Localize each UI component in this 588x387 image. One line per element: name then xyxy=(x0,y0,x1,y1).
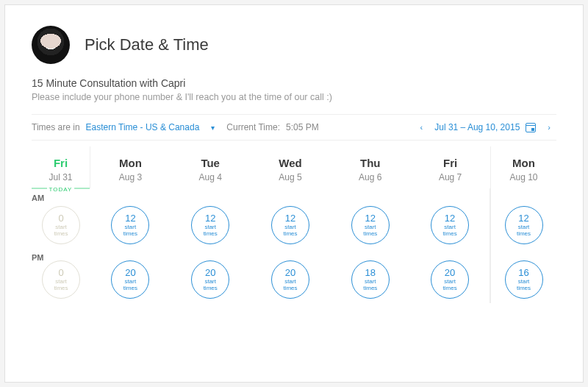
day-column: 12start times20start times xyxy=(171,188,251,303)
scheduler-card: Pick Date & Time 15 Minute Consultation … xyxy=(4,4,584,383)
slot-caption: start times xyxy=(123,279,137,292)
day-of-week: Mon xyxy=(90,157,171,169)
slot-count: 20 xyxy=(285,268,295,277)
day-date: Aug 7 xyxy=(410,172,490,182)
day-header: FriJul 31TODAY xyxy=(32,146,90,188)
day-of-week: Tue xyxy=(171,157,251,169)
day-date: Aug 4 xyxy=(171,172,251,182)
slot-count: 12 xyxy=(445,213,455,223)
slot-count: 0 xyxy=(58,213,63,223)
next-week-button[interactable]: › xyxy=(542,123,556,132)
timeslot-grid: AM PM 0start times0start times12start ti… xyxy=(32,188,556,303)
day-of-week: Fri xyxy=(32,157,90,169)
timezone-bar: Times are in Eastern Time - US & Canada … xyxy=(32,114,556,141)
slot-caption: start times xyxy=(204,224,218,238)
slot-count: 20 xyxy=(445,268,455,277)
slot-caption: start times xyxy=(283,279,297,292)
slot-caption: start times xyxy=(517,279,531,292)
day-of-week: Mon xyxy=(491,157,556,169)
slot-count: 12 xyxy=(285,213,295,223)
timeslot-circle: 0start times xyxy=(42,206,80,244)
timezone-select[interactable]: Eastern Time - US & Canada xyxy=(86,122,200,132)
slot-count: 16 xyxy=(518,268,528,277)
host-avatar xyxy=(32,26,70,64)
slot-count: 12 xyxy=(518,213,528,223)
page-title: Pick Date & Time xyxy=(85,35,209,54)
event-subtitle: 15 Minute Consultation with Capri xyxy=(32,77,556,89)
timeslot-circle[interactable]: 18start times xyxy=(351,260,390,299)
slot-caption: start times xyxy=(363,279,377,292)
timeslot-circle[interactable]: 12start times xyxy=(191,206,229,244)
day-header: MonAug 3 xyxy=(90,146,171,188)
timeslot-circle: 0start times xyxy=(42,260,80,299)
timeslot-circle[interactable]: 16start times xyxy=(505,260,543,299)
day-date: Aug 5 xyxy=(251,172,331,182)
day-column: 12start times20start times xyxy=(90,188,171,303)
slot-caption: start times xyxy=(123,224,137,238)
day-of-week: Thu xyxy=(330,157,410,169)
day-header: FriAug 7 xyxy=(410,146,490,188)
current-time-prefix: Current Time: xyxy=(226,122,280,132)
day-column: 12start times20start times xyxy=(410,188,490,303)
day-column: 12start times16start times xyxy=(490,188,556,303)
slot-caption: start times xyxy=(363,224,377,238)
day-column: 0start times0start times xyxy=(32,188,90,303)
timeslot-circle[interactable]: 20start times xyxy=(271,260,309,299)
calendar-icon[interactable] xyxy=(526,123,536,132)
day-column: 12start times20start times xyxy=(251,188,331,303)
day-header: MonAug 10 xyxy=(490,146,556,188)
slot-count: 12 xyxy=(365,213,376,223)
timeslot-circle[interactable]: 20start times xyxy=(191,260,229,299)
day-date: Aug 10 xyxy=(491,172,556,182)
day-date: Aug 3 xyxy=(90,172,171,182)
slot-caption: start times xyxy=(54,224,68,238)
date-range: Jul 31 – Aug 10, 2015 xyxy=(434,122,520,132)
timeslot-circle[interactable]: 20start times xyxy=(431,260,469,299)
slot-caption: start times xyxy=(54,279,68,292)
slot-count: 18 xyxy=(365,268,376,277)
day-header: WedAug 5 xyxy=(251,146,331,188)
timeslot-circle[interactable]: 12start times xyxy=(111,206,149,244)
slot-count: 12 xyxy=(125,213,135,223)
day-of-week: Wed xyxy=(251,157,331,169)
day-header: TueAug 4 xyxy=(171,146,251,188)
current-time: 5:05 PM xyxy=(286,122,319,132)
chevron-down-icon[interactable]: ▾ xyxy=(205,124,220,132)
day-date: Jul 31 xyxy=(32,172,90,182)
tz-prefix: Times are in xyxy=(32,122,80,132)
slot-caption: start times xyxy=(517,224,531,238)
slot-caption: start times xyxy=(443,224,457,238)
timeslot-circle[interactable]: 12start times xyxy=(505,206,543,244)
header: Pick Date & Time xyxy=(32,26,556,64)
timeslot-circle[interactable]: 12start times xyxy=(271,206,309,244)
slot-caption: start times xyxy=(443,279,457,292)
slot-count: 12 xyxy=(205,213,215,223)
timeslot-circle[interactable]: 12start times xyxy=(431,206,469,244)
day-headers: FriJul 31TODAYMonAug 3TueAug 4WedAug 5Th… xyxy=(32,146,556,188)
day-date: Aug 6 xyxy=(330,172,410,182)
prev-week-button[interactable]: ‹ xyxy=(415,123,429,132)
slot-count: 0 xyxy=(58,268,63,277)
timeslot-circle[interactable]: 20start times xyxy=(111,260,149,299)
day-column: 12start times18start times xyxy=(330,188,410,303)
day-header: ThuAug 6 xyxy=(330,146,410,188)
slot-caption: start times xyxy=(204,279,218,292)
event-note: Please include your phone number & I'll … xyxy=(32,92,556,102)
day-of-week: Fri xyxy=(410,157,490,169)
slot-count: 20 xyxy=(205,268,215,277)
slot-caption: start times xyxy=(283,224,297,238)
timeslot-circle[interactable]: 12start times xyxy=(351,206,390,244)
slot-count: 20 xyxy=(125,268,135,277)
